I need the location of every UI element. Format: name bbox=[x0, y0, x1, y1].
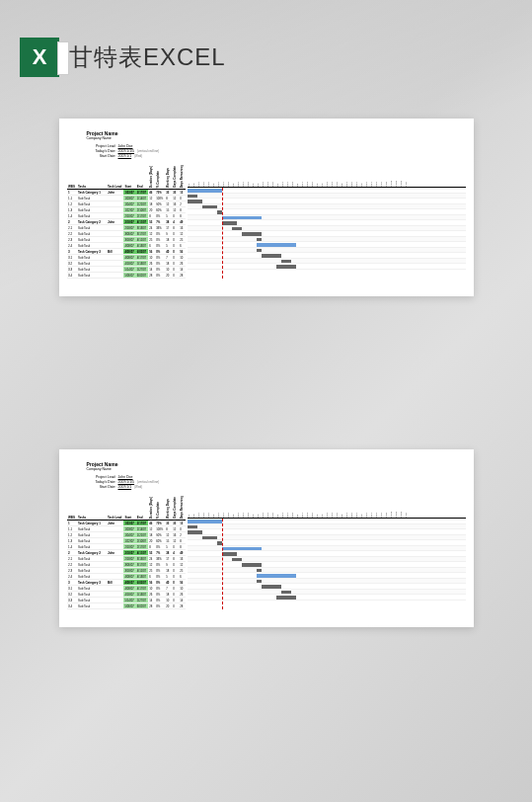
col-lead: Task Lead bbox=[107, 164, 123, 190]
col-dc: Days Complete bbox=[172, 164, 179, 190]
today-line bbox=[222, 519, 223, 609]
col-dr: Days Remaining bbox=[179, 495, 186, 521]
company-name: Company Name bbox=[87, 136, 466, 140]
gantt-date-label: 11/5 bbox=[405, 164, 410, 187]
gantt-task-bar[interactable] bbox=[188, 200, 202, 203]
col-lead: Task Lead bbox=[107, 495, 123, 521]
gantt-task-bar[interactable] bbox=[232, 227, 242, 231]
gantt-task-bar[interactable] bbox=[262, 585, 281, 589]
today-line bbox=[222, 188, 223, 279]
gantt-chart: 1/11/81/151/221/292/52/122/192/263/53/12… bbox=[188, 495, 466, 609]
gantt-category-bar[interactable] bbox=[188, 520, 222, 523]
gantt-row bbox=[188, 595, 466, 601]
gantt-task-bar[interactable] bbox=[257, 580, 262, 584]
table-row[interactable]: 3.4Sub Task 5/06/076/02/07 280% 20028 bbox=[67, 273, 186, 279]
gantt-task-bar[interactable] bbox=[242, 232, 262, 236]
gantt-category-bar[interactable] bbox=[257, 574, 296, 578]
col-dc: Days Complete bbox=[172, 495, 179, 521]
gantt-task-bar[interactable] bbox=[281, 260, 291, 264]
gantt-task-bar[interactable] bbox=[202, 205, 217, 209]
gantt-task-bar[interactable] bbox=[232, 558, 242, 562]
meta-start: Start Date:2007/1/1(Wed) bbox=[87, 485, 466, 489]
gantt-row bbox=[188, 264, 466, 270]
gantt-task-bar[interactable] bbox=[281, 591, 291, 595]
meta-today: Today's Date:2007/1/1/5(vertical red lin… bbox=[87, 480, 466, 484]
col-start: Start bbox=[123, 495, 135, 521]
gantt-category-bar[interactable] bbox=[257, 243, 296, 247]
company-name: Company Name bbox=[87, 467, 466, 471]
gantt-preview-panel-2: Project Name Company Name Project Lead:J… bbox=[59, 449, 474, 627]
gantt-task-bar[interactable] bbox=[202, 536, 217, 540]
header-bar: 甘特表EXCEL bbox=[20, 38, 226, 77]
col-duration: Duration (Days) bbox=[148, 164, 155, 190]
col-pct: % Complete bbox=[155, 164, 165, 190]
meta-lead: Project Lead:John Doe bbox=[87, 475, 466, 479]
col-dr: Days Remaining bbox=[179, 164, 186, 190]
col-end: End bbox=[135, 164, 147, 190]
gantt-category-bar[interactable] bbox=[222, 547, 262, 551]
gantt-category-bar[interactable] bbox=[188, 189, 222, 193]
col-pct: % Complete bbox=[155, 495, 165, 521]
col-duration: Duration (Days) bbox=[148, 495, 155, 521]
gantt-chart: 1/11/81/151/221/292/52/122/192/263/53/12… bbox=[188, 164, 466, 279]
meta-start: Start Date:2007/1/1(Wed) bbox=[87, 154, 466, 158]
col-tasks: Tasks bbox=[77, 495, 107, 521]
col-wbs: WBS bbox=[67, 495, 77, 521]
gantt-category-bar[interactable] bbox=[222, 216, 262, 220]
col-wbs: WBS bbox=[67, 164, 77, 190]
meta-today: Today's Date:2007/1/1/5(vertical red lin… bbox=[87, 149, 466, 153]
gantt-task-bar[interactable] bbox=[257, 569, 262, 573]
gantt-task-bar[interactable] bbox=[188, 525, 197, 529]
task-table: WBS Tasks Task Lead Start End Duration (… bbox=[67, 164, 186, 279]
task-table: WBS Tasks Task Lead Start End Duration (… bbox=[67, 495, 186, 609]
col-tasks: Tasks bbox=[77, 164, 107, 190]
table-row[interactable]: 3.4Sub Task 5/06/076/02/07 280% 20028 bbox=[67, 603, 186, 609]
gantt-task-bar[interactable] bbox=[257, 238, 262, 242]
gantt-task-bar[interactable] bbox=[188, 530, 202, 534]
gantt-task-bar[interactable] bbox=[257, 249, 262, 253]
excel-icon bbox=[20, 38, 59, 77]
col-wd: Working Days bbox=[165, 495, 172, 521]
gantt-task-bar[interactable] bbox=[222, 552, 237, 556]
col-start: Start bbox=[123, 164, 135, 190]
gantt-task-bar[interactable] bbox=[276, 596, 296, 600]
gantt-task-bar[interactable] bbox=[276, 265, 296, 269]
gantt-preview-panel-1: Project Name Company Name Project Lead:J… bbox=[59, 119, 474, 296]
page-title: 甘特表EXCEL bbox=[69, 41, 226, 73]
gantt-task-bar[interactable] bbox=[222, 221, 237, 225]
meta-lead: Project Lead:John Doe bbox=[87, 144, 466, 148]
gantt-task-bar[interactable] bbox=[262, 254, 281, 258]
gantt-task-bar[interactable] bbox=[242, 563, 262, 567]
gantt-task-bar[interactable] bbox=[188, 195, 197, 199]
col-wd: Working Days bbox=[165, 164, 172, 190]
col-end: End bbox=[135, 495, 147, 521]
gantt-date-label: 11/5 bbox=[405, 495, 410, 518]
